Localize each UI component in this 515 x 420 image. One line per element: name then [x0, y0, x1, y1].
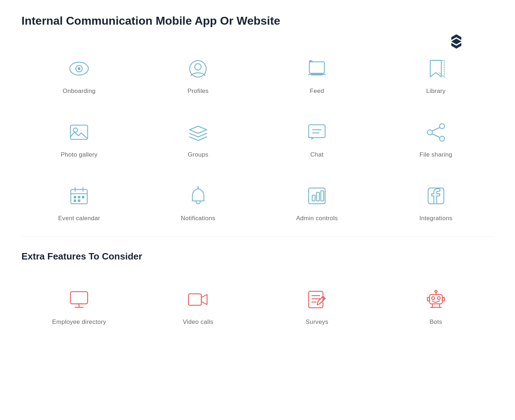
svg-point-7 [73, 128, 78, 132]
svg-rect-48 [442, 297, 445, 301]
svg-point-13 [440, 136, 445, 141]
message-square-icon [304, 120, 329, 145]
svg-point-44 [437, 297, 440, 300]
edit-icon [304, 287, 329, 312]
feature-label: Profiles [187, 88, 209, 95]
feature-profiles: Profiles [141, 45, 256, 102]
feature-label: Library [426, 88, 446, 95]
feature-label: File sharing [420, 151, 452, 158]
svg-rect-22 [82, 196, 84, 198]
feature-label: Photo gallery [61, 151, 98, 158]
svg-rect-47 [427, 297, 430, 301]
feature-notifications: Notifications [141, 173, 256, 229]
user-circle-icon [186, 56, 211, 81]
svg-point-11 [440, 124, 445, 129]
svg-rect-29 [317, 192, 319, 201]
share-icon [423, 120, 448, 145]
extra-features-grid: Employee directory Video calls [21, 276, 494, 333]
robot-icon [423, 287, 448, 312]
brand-logo [448, 32, 465, 49]
svg-point-4 [195, 64, 201, 70]
page-title: Internal Communication Mobile App Or Web… [21, 14, 494, 28]
feature-employee-directory: Employee directory [21, 276, 137, 333]
svg-point-43 [432, 297, 435, 300]
feature-label: Event calendar [58, 215, 100, 222]
cast-icon [304, 56, 329, 81]
svg-rect-32 [70, 292, 88, 304]
svg-line-15 [432, 134, 440, 137]
layers-icon [186, 120, 211, 145]
feature-event-calendar: Event calendar [21, 173, 137, 229]
bar-chart-icon [304, 183, 329, 208]
feature-groups: Groups [141, 109, 256, 165]
feature-admin-controls: Admin controls [259, 173, 375, 229]
svg-rect-24 [78, 199, 80, 202]
feature-chat: Chat [259, 109, 375, 165]
bell-icon [186, 183, 211, 208]
feature-photo-gallery: Photo gallery [21, 109, 137, 165]
feature-label: Employee directory [52, 318, 106, 326]
svg-rect-21 [78, 196, 80, 198]
feature-label: Notifications [181, 215, 216, 222]
main-features-grid: Onboarding Profiles [21, 45, 494, 229]
feature-library: Library [378, 45, 494, 102]
feature-integrations: Integrations [378, 173, 494, 229]
feature-surveys: Surveys [259, 276, 375, 333]
feature-feed: Feed [259, 45, 375, 102]
svg-rect-23 [74, 199, 76, 202]
feature-video-calls: Video calls [141, 276, 256, 333]
section-divider [21, 236, 494, 237]
section2-title: Extra Features To Consider [21, 251, 494, 262]
feature-label: Admin controls [296, 215, 338, 222]
bookmark-icon [423, 56, 448, 81]
svg-point-26 [197, 186, 199, 188]
feature-file-sharing: File sharing [378, 109, 494, 165]
monitor-icon [67, 287, 92, 312]
feature-label: Surveys [305, 318, 328, 326]
facebook-box-icon [423, 183, 448, 208]
feature-label: Chat [310, 151, 324, 158]
feature-label: Bots [430, 318, 442, 326]
svg-rect-36 [188, 294, 201, 305]
svg-point-46 [435, 290, 437, 292]
feature-label: Video calls [183, 318, 213, 326]
svg-rect-28 [312, 195, 315, 201]
image-icon [67, 120, 92, 145]
feature-label: Integrations [420, 215, 452, 222]
svg-rect-37 [309, 291, 323, 308]
svg-rect-6 [70, 125, 88, 139]
calendar-icon [67, 183, 92, 208]
svg-point-2 [78, 67, 80, 70]
feature-label: Groups [188, 151, 209, 158]
feature-label: Feed [310, 88, 324, 95]
video-icon [186, 287, 211, 312]
svg-rect-8 [309, 125, 325, 138]
svg-point-12 [427, 130, 432, 135]
eye-icon [67, 56, 92, 81]
svg-rect-31 [428, 188, 444, 204]
feature-onboarding: Onboarding [21, 45, 137, 102]
feature-bots: Bots [378, 276, 494, 333]
svg-rect-5 [309, 62, 324, 73]
svg-rect-20 [74, 196, 76, 198]
svg-line-14 [432, 128, 440, 131]
svg-rect-30 [321, 191, 324, 201]
feature-label: Onboarding [63, 88, 95, 95]
